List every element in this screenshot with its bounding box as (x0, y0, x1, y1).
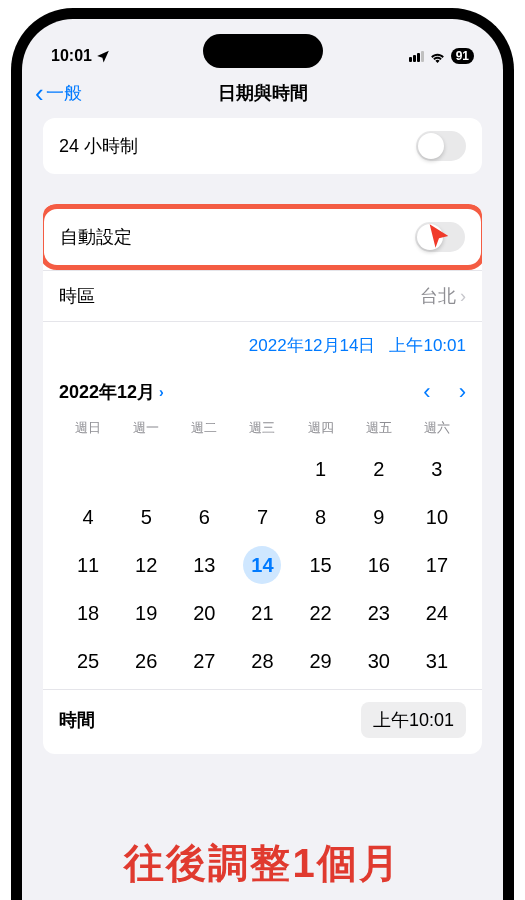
time-display[interactable]: 上午10:01 (389, 334, 466, 357)
weekday-label: 週六 (408, 419, 466, 437)
calendar-grid: 1234567891011121314151617181920212223242… (43, 441, 482, 689)
calendar-day[interactable]: 4 (59, 493, 117, 541)
calendar-day[interactable]: 28 (233, 637, 291, 685)
calendar-day[interactable]: 5 (117, 493, 175, 541)
calendar-day[interactable]: 15 (292, 541, 350, 589)
calendar-day[interactable]: 29 (292, 637, 350, 685)
weekday-label: 週二 (175, 419, 233, 437)
autoset-highlight: 自動設定 (43, 204, 482, 270)
weekday-header: 週日週一週二週三週四週五週六 (43, 415, 482, 441)
prev-month-button[interactable]: ‹ (423, 379, 430, 405)
calendar-day[interactable]: 12 (117, 541, 175, 589)
calendar-day[interactable]: 13 (175, 541, 233, 589)
calendar-day[interactable]: 1 (292, 445, 350, 493)
wifi-icon (429, 50, 446, 63)
chevron-right-small-icon: › (159, 384, 164, 400)
calendar-day[interactable]: 16 (350, 541, 408, 589)
autoset-toggle[interactable] (415, 222, 465, 252)
annotation-text: 往後調整1個月 (27, 836, 498, 895)
calendar-empty (233, 445, 291, 493)
calendar-day[interactable]: 22 (292, 589, 350, 637)
dynamic-island (203, 34, 323, 68)
battery-icon: 91 (451, 48, 474, 64)
time-picker[interactable]: 上午10:01 (361, 702, 466, 738)
calendar-day[interactable]: 30 (350, 637, 408, 685)
weekday-label: 週五 (350, 419, 408, 437)
weekday-label: 週三 (233, 419, 291, 437)
calendar-day[interactable]: 20 (175, 589, 233, 637)
autoset-label: 自動設定 (60, 225, 132, 249)
time-label: 時間 (59, 708, 95, 732)
cursor-icon (425, 222, 453, 250)
time-row: 時間 上午10:01 (43, 689, 482, 754)
next-month-button[interactable]: › (459, 379, 466, 405)
status-time: 10:01 (51, 47, 92, 65)
calendar-empty (59, 445, 117, 493)
calendar-day[interactable]: 11 (59, 541, 117, 589)
calendar-day[interactable]: 18 (59, 589, 117, 637)
calendar-day[interactable]: 6 (175, 493, 233, 541)
calendar-day[interactable]: 8 (292, 493, 350, 541)
autoset-row: 自動設定 (44, 209, 481, 265)
calendar-day[interactable]: 26 (117, 637, 175, 685)
page-title: 日期與時間 (27, 81, 498, 105)
month-label-text: 2022年12月 (59, 380, 155, 404)
hour24-label: 24 小時制 (59, 134, 138, 158)
chevron-right-icon: › (460, 286, 466, 307)
calendar-day[interactable]: 23 (350, 589, 408, 637)
calendar-day[interactable]: 7 (233, 493, 291, 541)
phone-frame: 10:01 91 ‹ 一般 日期與時間 24 小時制 (11, 8, 514, 900)
calendar-empty (117, 445, 175, 493)
back-label: 一般 (46, 81, 82, 105)
timezone-label: 時區 (59, 284, 95, 308)
calendar-day[interactable]: 17 (408, 541, 466, 589)
datetime-display: 2022年12月14日 上午10:01 (43, 321, 482, 369)
timezone-value: 台北 (420, 284, 456, 308)
date-display[interactable]: 2022年12月14日 (249, 334, 376, 357)
weekday-label: 週日 (59, 419, 117, 437)
month-nav: ‹ › (423, 379, 466, 405)
calendar-day[interactable]: 3 (408, 445, 466, 493)
chevron-left-icon: ‹ (35, 80, 44, 106)
calendar-day[interactable]: 19 (117, 589, 175, 637)
calendar-day[interactable]: 27 (175, 637, 233, 685)
datetime-card: 自動設定 時區 台北 › 2022年12月14日 (43, 204, 482, 754)
calendar-empty (175, 445, 233, 493)
month-header: 2022年12月 › ‹ › (43, 369, 482, 415)
hour24-row: 24 小時制 (43, 118, 482, 174)
location-icon (96, 49, 110, 63)
weekday-label: 週一 (117, 419, 175, 437)
calendar-day[interactable]: 10 (408, 493, 466, 541)
month-picker[interactable]: 2022年12月 › (59, 380, 164, 404)
calendar-day[interactable]: 2 (350, 445, 408, 493)
hour24-toggle[interactable] (416, 131, 466, 161)
calendar-day[interactable]: 25 (59, 637, 117, 685)
back-button[interactable]: ‹ 一般 (35, 80, 82, 106)
calendar-day[interactable]: 31 (408, 637, 466, 685)
weekday-label: 週四 (292, 419, 350, 437)
calendar-day[interactable]: 24 (408, 589, 466, 637)
calendar-day[interactable]: 9 (350, 493, 408, 541)
hour24-card: 24 小時制 (43, 118, 482, 174)
timezone-row[interactable]: 時區 台北 › (43, 270, 482, 321)
nav-bar: ‹ 一般 日期與時間 (27, 74, 498, 118)
cellular-icon (409, 51, 424, 62)
calendar-day[interactable]: 21 (233, 589, 291, 637)
calendar-day[interactable]: 14 (233, 541, 291, 589)
